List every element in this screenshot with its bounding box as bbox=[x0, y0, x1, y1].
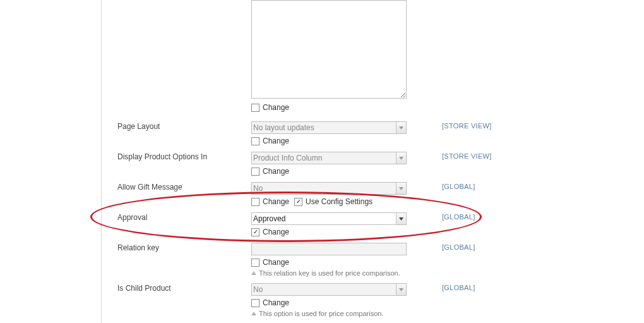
is-child-change-checkbox[interactable] bbox=[251, 299, 259, 307]
form-content: Change Page Layout No layout updates Cha… bbox=[102, 0, 644, 323]
gift-message-select[interactable]: No bbox=[251, 182, 407, 195]
approval-scope: [GLOBAL] bbox=[442, 213, 475, 221]
approval-field-col: Approved Change bbox=[251, 212, 407, 236]
chevron-down-icon bbox=[396, 183, 406, 194]
display-options-select[interactable]: Product Info Column bbox=[251, 152, 407, 164]
chevron-down-icon bbox=[396, 284, 406, 295]
display-options-change-label: Change bbox=[263, 167, 289, 176]
page-layout-scope: [STORE VIEW] bbox=[442, 122, 492, 130]
relation-key-change-line: Change bbox=[251, 258, 407, 267]
gift-message-change-label: Change bbox=[263, 197, 289, 206]
is-child-hint: This option is used for price comparison… bbox=[251, 310, 407, 317]
is-child-select-value: No bbox=[253, 285, 263, 294]
gift-message-scope: [GLOBAL] bbox=[442, 183, 475, 190]
gift-message-select-value: No bbox=[253, 184, 263, 193]
textarea-field-col: Change bbox=[251, 0, 407, 112]
display-options-scope: [STORE VIEW] bbox=[442, 152, 492, 160]
hint-triangle-icon bbox=[251, 271, 256, 275]
relation-key-change-label: Change bbox=[263, 258, 289, 267]
relation-key-field-col: Change This relation key is used for pri… bbox=[251, 243, 407, 277]
relation-key-change-checkbox[interactable] bbox=[251, 259, 259, 267]
page-layout-label: Page Layout bbox=[117, 122, 244, 131]
is-child-field-col: No Change This option is used for price … bbox=[251, 283, 407, 317]
page: Change Page Layout No layout updates Cha… bbox=[0, 0, 644, 323]
page-layout-change-checkbox[interactable] bbox=[251, 137, 259, 145]
is-child-scope: [GLOBAL] bbox=[442, 284, 475, 291]
gift-message-change-checkbox[interactable] bbox=[251, 198, 259, 206]
hint-triangle-icon bbox=[251, 312, 256, 315]
is-child-change-label: Change bbox=[263, 298, 289, 307]
chevron-down-icon bbox=[396, 152, 406, 164]
relation-key-hint: This relation key is used for price comp… bbox=[251, 269, 407, 277]
is-child-change-line: Change bbox=[251, 298, 407, 307]
relation-key-input[interactable] bbox=[251, 243, 407, 255]
relation-key-scope: [GLOBAL] bbox=[442, 243, 475, 251]
gift-message-use-config-label: Use Config Settings bbox=[306, 197, 373, 206]
display-options-label: Display Product Options In bbox=[117, 152, 244, 161]
relation-key-label: Relation key bbox=[117, 243, 244, 252]
gift-message-use-config-checkbox[interactable] bbox=[294, 198, 302, 206]
display-options-field-col: Product Info Column Change bbox=[251, 152, 407, 176]
relation-key-hint-text: This relation key is used for price comp… bbox=[259, 269, 400, 277]
textarea-change-checkbox[interactable] bbox=[251, 104, 259, 112]
approval-change-label: Change bbox=[263, 228, 289, 236]
is-child-select[interactable]: No bbox=[251, 283, 407, 296]
page-layout-change-line: Change bbox=[251, 137, 407, 145]
description-textarea[interactable] bbox=[251, 0, 407, 99]
page-layout-change-label: Change bbox=[263, 137, 289, 145]
approval-change-checkbox[interactable] bbox=[251, 228, 259, 236]
display-options-select-value: Product Info Column bbox=[253, 154, 322, 162]
page-layout-field-col: No layout updates Change bbox=[251, 121, 407, 145]
textarea-change-line: Change bbox=[251, 103, 407, 112]
approval-select[interactable]: Approved bbox=[251, 212, 407, 225]
gift-message-change-line: Change Use Config Settings bbox=[251, 197, 407, 206]
display-options-change-line: Change bbox=[251, 167, 407, 176]
chevron-down-icon bbox=[396, 213, 406, 224]
approval-change-line: Change bbox=[251, 228, 407, 236]
gift-message-label: Allow Gift Message bbox=[117, 183, 244, 192]
page-layout-select-value: No layout updates bbox=[253, 123, 314, 132]
page-layout-select[interactable]: No layout updates bbox=[251, 121, 407, 134]
chevron-down-icon bbox=[396, 122, 406, 133]
left-gutter bbox=[0, 0, 40, 323]
is-child-label: Is Child Product bbox=[117, 284, 244, 293]
display-options-change-checkbox[interactable] bbox=[251, 168, 259, 176]
textarea-change-label: Change bbox=[263, 103, 289, 112]
is-child-hint-text: This option is used for price comparison… bbox=[259, 310, 383, 317]
approval-select-value: Approved bbox=[253, 214, 285, 223]
approval-label: Approval bbox=[117, 213, 244, 222]
gift-message-field-col: No Change Use Config Settings bbox=[251, 182, 407, 206]
